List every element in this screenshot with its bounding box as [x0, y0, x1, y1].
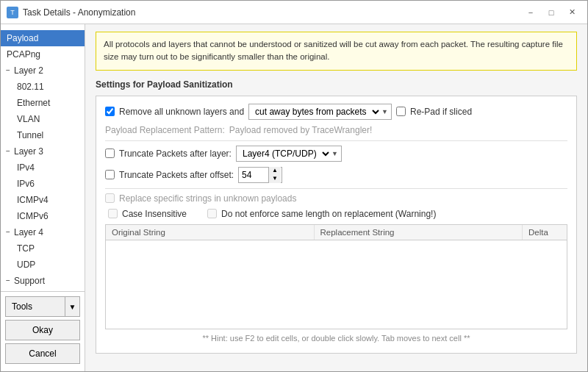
offset-decrement-button[interactable]: ▼: [269, 175, 281, 183]
settings-panel: Remove all unknown layers and cut away b…: [96, 96, 577, 354]
replace-strings-checkbox[interactable]: [105, 193, 115, 203]
replace-strings-label: Replace specific strings in unknown payl…: [119, 193, 296, 204]
sidebar-item-80211[interactable]: 802.11: [1, 79, 85, 95]
window-title: Task Details - Anonymization: [23, 7, 135, 18]
case-options-row: Case Insensitive Do not enforce same len…: [108, 209, 567, 219]
cancel-button[interactable]: Cancel: [5, 343, 80, 364]
section-title: Settings for Payload Sanitization: [96, 79, 577, 90]
icmpv6-label: ICMPv6: [17, 210, 49, 223]
payload-replacement-value: Payload removed by TraceWrangler!: [229, 125, 373, 135]
ipv6-label: IPv6: [17, 177, 35, 190]
layer4-toggle-icon: −: [4, 228, 12, 237]
replace-strings-row: Replace specific strings in unknown payl…: [105, 193, 567, 204]
app-icon: T: [7, 7, 18, 18]
sidebar-item-layer4[interactable]: − Layer 4: [1, 224, 85, 240]
sidebar-item-payload[interactable]: Payload: [1, 30, 85, 46]
layer4-label: Layer 4: [14, 226, 43, 239]
remove-unknown-label[interactable]: Remove all unknown layers and: [119, 107, 244, 117]
truncate-layer-checkbox[interactable]: [105, 149, 115, 158]
tools-dropdown-icon: ▼: [69, 303, 76, 311]
payload-label: Payload: [7, 32, 38, 45]
col-replacement: Replacement String: [315, 225, 523, 240]
payload-replacement-label: Payload Replacement Pattern:: [105, 125, 225, 135]
no-enforce-label: Do not enforce same length on replacemen…: [221, 209, 436, 219]
sidebar-item-udp[interactable]: UDP: [1, 257, 85, 273]
sidebar-item-ethernet[interactable]: Ethernet: [1, 95, 85, 111]
layer2-label: Layer 2: [14, 64, 43, 77]
cut-away-select-wrapper: cut away bytes from packets replace byte…: [248, 104, 392, 120]
case-insensitive-checkbox[interactable]: [108, 209, 118, 218]
tools-dropdown-button[interactable]: ▼: [65, 297, 79, 316]
sidebar: Payload PCAPng − Layer 2 802.11 Ethernet…: [1, 24, 85, 371]
sidebar-item-icmpv4[interactable]: ICMPv4: [1, 192, 85, 208]
sidebar-item-support[interactable]: − Support: [1, 273, 85, 289]
icmpv4-label: ICMPv4: [17, 193, 49, 207]
table-hint: ** Hint: use F2 to edit cells, or double…: [105, 334, 567, 346]
remove-unknown-checkbox[interactable]: [105, 107, 115, 116]
title-bar: T Task Details - Anonymization − □ ✕: [1, 1, 587, 24]
remove-unknown-row: Remove all unknown layers and cut away b…: [105, 104, 567, 120]
sidebar-item-vlan[interactable]: VLAN: [1, 111, 85, 127]
title-bar-left: T Task Details - Anonymization: [7, 7, 135, 18]
case-insensitive-label: Case Insensitive: [122, 209, 187, 219]
layer2-toggle-icon: −: [4, 66, 12, 75]
tools-button[interactable]: Tools: [6, 297, 65, 316]
ethernet-label: Ethernet: [17, 96, 50, 110]
support-toggle-icon: −: [4, 276, 12, 285]
cut-away-dropdown-icon: ▼: [381, 108, 391, 115]
spinner-buttons: ▲ ▼: [268, 167, 281, 183]
table-header: Original String Replacement String Delta: [106, 225, 567, 240]
udp-label: UDP: [17, 258, 35, 271]
tools-button-group: Tools ▼: [5, 296, 80, 317]
support-label: Support: [14, 274, 45, 287]
main-panel: All protocols and layers that cannot be …: [85, 24, 587, 371]
no-enforce-checkbox[interactable]: [207, 209, 217, 218]
repad-label[interactable]: Re-Pad if sliced: [410, 107, 472, 117]
sidebar-item-tcp[interactable]: TCP: [1, 240, 85, 257]
repad-checkbox[interactable]: [396, 107, 406, 116]
string-table: Original String Replacement String Delta: [105, 224, 567, 329]
info-text: All protocols and layers that cannot be …: [104, 40, 563, 61]
offset-spinner: ▲ ▼: [238, 167, 282, 183]
truncate-layer-label[interactable]: Truncate Packets after layer:: [119, 149, 232, 159]
main-window: T Task Details - Anonymization − □ ✕ Pay…: [0, 0, 588, 372]
truncate-offset-checkbox[interactable]: [105, 170, 115, 179]
offset-increment-button[interactable]: ▲: [269, 167, 281, 175]
okay-button[interactable]: Okay: [5, 320, 80, 340]
layer-select[interactable]: Layer2 (Ethernet) Layer3 (IP) Layer4 (TC…: [237, 146, 331, 161]
layer3-toggle-icon: −: [4, 147, 12, 156]
maximize-button[interactable]: □: [542, 5, 561, 20]
sidebar-item-layer2[interactable]: − Layer 2: [1, 62, 85, 79]
ipv4-label: IPv4: [17, 161, 35, 174]
title-controls: − □ ✕: [521, 5, 581, 20]
col-delta: Delta: [523, 225, 567, 240]
80211-label: 802.11: [17, 80, 44, 93]
sidebar-bottom: Tools ▼ Okay Cancel: [1, 291, 85, 368]
col-original: Original String: [106, 225, 315, 240]
truncate-offset-row: Truncate Packets after offset: ▲ ▼: [105, 167, 567, 183]
divider-1: [105, 140, 567, 141]
truncate-offset-label[interactable]: Truncate Packets after offset:: [119, 170, 234, 180]
vlan-label: VLAN: [17, 112, 40, 126]
sidebar-item-pcapng[interactable]: PCAPng: [1, 46, 85, 62]
minimize-button[interactable]: −: [521, 5, 540, 20]
sidebar-item-layer3[interactable]: − Layer 3: [1, 143, 85, 160]
sidebar-item-icmpv6[interactable]: ICMPv6: [1, 208, 85, 224]
tcp-label: TCP: [17, 242, 35, 255]
truncate-layer-row: Truncate Packets after layer: Layer2 (Et…: [105, 146, 567, 162]
table-body[interactable]: [106, 240, 567, 329]
tunnel-label: Tunnel: [17, 129, 43, 142]
sidebar-item-ipv6[interactable]: IPv6: [1, 176, 85, 192]
payload-replacement-row: Payload Replacement Pattern: Payload rem…: [105, 125, 567, 135]
pcapng-label: PCAPng: [7, 48, 40, 61]
offset-input[interactable]: [239, 168, 268, 182]
info-box: All protocols and layers that cannot be …: [96, 32, 577, 71]
layer3-label: Layer 3: [14, 145, 43, 158]
sidebar-item-ipv4[interactable]: IPv4: [1, 160, 85, 176]
cut-away-select[interactable]: cut away bytes from packets replace byte…: [249, 104, 381, 119]
close-button[interactable]: ✕: [562, 5, 581, 20]
content-area: Payload PCAPng − Layer 2 802.11 Ethernet…: [1, 24, 587, 371]
remove-unknown-text: Remove all unknown layers and: [119, 107, 244, 117]
sidebar-item-tunnel[interactable]: Tunnel: [1, 127, 85, 143]
layer-dropdown-icon: ▼: [331, 150, 341, 157]
